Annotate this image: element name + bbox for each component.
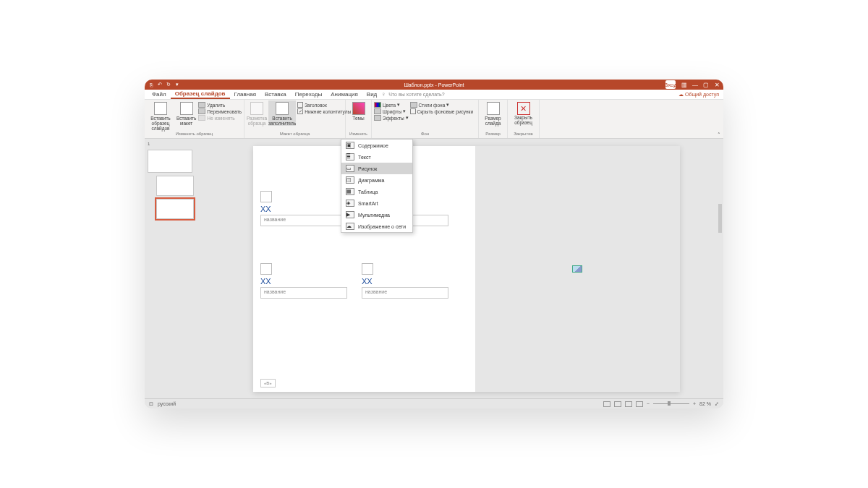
dropdown-item-изображение о сети[interactable]: ☁Изображение о сети bbox=[341, 221, 412, 232]
window-controls: Вход ▥ — ▢ ✕ bbox=[665, 80, 722, 89]
zoom-value[interactable]: 82 % bbox=[699, 401, 711, 406]
reading-view-icon[interactable] bbox=[625, 401, 632, 407]
tab-view[interactable]: Вид bbox=[362, 90, 381, 99]
slide-canvas[interactable]: XX название XX название XX название XX н… bbox=[253, 146, 680, 392]
slide-thumbnails-panel: 1 bbox=[145, 139, 210, 398]
slide-indicator-icon[interactable]: ⊡ bbox=[149, 401, 153, 407]
tab-insert[interactable]: Вставка bbox=[260, 90, 291, 99]
ribbon: Вставить образец слайдов Вставить макет … bbox=[145, 100, 723, 139]
collapse-ribbon-icon[interactable]: ˄ bbox=[718, 132, 720, 138]
dropdown-item-icon: ◫ bbox=[346, 176, 354, 184]
group-master-layout: Разметка образца Вставить заполнитель За… bbox=[244, 100, 346, 138]
tab-slide-master[interactable]: Образец слайдов bbox=[171, 90, 230, 99]
master-layout-icon bbox=[250, 102, 263, 115]
normal-view-icon[interactable] bbox=[603, 401, 610, 407]
signin-button[interactable]: Вход bbox=[665, 80, 676, 89]
ribbon-options-icon[interactable]: ▥ bbox=[679, 80, 689, 89]
window-title: Шаблон.pptx - PowerPoint bbox=[404, 82, 464, 87]
slideshow-view-icon[interactable] bbox=[636, 401, 643, 407]
maximize-icon[interactable]: ▢ bbox=[701, 80, 711, 89]
group-theme-label: Изменить тему bbox=[348, 131, 369, 137]
placeholder-1[interactable]: XX название bbox=[260, 191, 347, 226]
placeholder-dropdown: ▣Содержимое≣Текст▭Рисунок◫Диаграмма▦Табл… bbox=[341, 139, 413, 233]
colors-button[interactable]: Цвета ▾ bbox=[374, 102, 409, 108]
tellme-input[interactable]: Что вы хотите сделать? bbox=[388, 92, 444, 97]
close-icon[interactable]: ✕ bbox=[712, 80, 722, 89]
group-edit-label: Изменить образец bbox=[147, 131, 242, 137]
zoom-out-icon[interactable]: − bbox=[647, 401, 650, 406]
placeholder-icon bbox=[260, 263, 272, 275]
sorter-view-icon[interactable] bbox=[614, 401, 621, 407]
layout-thumbnail-2[interactable] bbox=[156, 199, 194, 219]
status-bar: ⊡ русский − + 82 % ⤢ bbox=[145, 398, 723, 408]
dropdown-item-label: Содержимое bbox=[358, 143, 388, 148]
footer-placeholder[interactable]: «В» bbox=[260, 379, 276, 388]
undo-icon[interactable]: ↶ bbox=[156, 81, 163, 88]
placeholder-3[interactable]: XX название bbox=[260, 263, 347, 299]
placeholder-field[interactable]: название bbox=[260, 215, 347, 226]
dropdown-item-icon: ▦ bbox=[346, 188, 354, 195]
bulb-icon: ♀ bbox=[381, 91, 386, 98]
insert-layout-button[interactable]: Вставить макет bbox=[176, 100, 197, 126]
save-icon[interactable]: ⎘ bbox=[148, 81, 155, 88]
insert-slide-master-button[interactable]: Вставить образец слайдов bbox=[147, 100, 174, 131]
app-window: ⎘ ↶ ↻ ▾ Шаблон.pptx - PowerPoint Вход ▥ … bbox=[145, 80, 723, 408]
placeholder-icon bbox=[362, 263, 373, 275]
placeholder-field[interactable]: название bbox=[362, 287, 448, 299]
effects-button[interactable]: Эффекты ▾ bbox=[374, 115, 409, 121]
dropdown-item-таблица[interactable]: ▦Таблица bbox=[341, 186, 412, 197]
picture-icon bbox=[572, 265, 582, 273]
fonts-button[interactable]: Шрифты ▾ bbox=[374, 108, 409, 114]
minimize-icon[interactable]: — bbox=[690, 80, 700, 89]
dropdown-item-label: Диаграмма bbox=[358, 178, 384, 183]
tab-file[interactable]: Файл bbox=[148, 90, 171, 99]
dropdown-item-мультимедиа[interactable]: ▶Мультимедиа bbox=[341, 209, 412, 221]
scroll-thumb[interactable] bbox=[718, 204, 722, 233]
slide-editor: XX название XX название XX название XX н… bbox=[210, 139, 723, 398]
placeholder-4[interactable]: XX название bbox=[362, 263, 448, 299]
bg-styles-icon bbox=[410, 102, 417, 108]
bg-styles-button[interactable]: Стили фона ▾ bbox=[410, 102, 474, 108]
tab-transitions[interactable]: Переходы bbox=[291, 90, 327, 99]
close-x-icon: ✕ bbox=[517, 102, 530, 115]
tab-animations[interactable]: Анимация bbox=[326, 90, 362, 99]
themes-button[interactable]: Темы bbox=[348, 100, 369, 121]
rename-button[interactable]: Переименовать bbox=[198, 108, 242, 114]
hide-bg-checkbox[interactable]: Скрыть фоновые рисунки bbox=[410, 108, 474, 114]
title-checkbox[interactable]: Заголовок bbox=[297, 102, 351, 108]
share-label: Общий доступ bbox=[685, 92, 719, 97]
dropdown-item-текст[interactable]: ≣Текст bbox=[341, 151, 412, 163]
redo-icon[interactable]: ↻ bbox=[165, 81, 172, 88]
dropdown-item-диаграмма[interactable]: ◫Диаграмма bbox=[341, 174, 412, 186]
preserve-icon bbox=[198, 115, 205, 121]
zoom-slider[interactable] bbox=[653, 403, 689, 404]
placeholder-field[interactable]: название bbox=[260, 287, 347, 299]
themes-icon bbox=[352, 102, 365, 115]
footers-checkbox[interactable]: Нижние колонтитулы bbox=[297, 108, 351, 114]
delete-button[interactable]: Удалить bbox=[198, 102, 242, 108]
dropdown-item-содержимое[interactable]: ▣Содержимое bbox=[341, 140, 412, 151]
fit-to-window-icon[interactable]: ⤢ bbox=[715, 401, 719, 407]
master-thumbnail[interactable] bbox=[148, 150, 192, 173]
close-master-button[interactable]: ✕ Закрыть образец bbox=[510, 100, 537, 125]
group-close-label: Закрытие bbox=[510, 131, 537, 137]
insert-master-label: Вставить образец слайдов bbox=[147, 116, 174, 131]
dropdown-item-smartart[interactable]: ◈SmartArt bbox=[341, 197, 412, 209]
group-edit-theme: Темы Изменить тему bbox=[346, 100, 372, 138]
tab-home[interactable]: Главная bbox=[230, 90, 260, 99]
dropdown-item-рисунок[interactable]: ▭Рисунок bbox=[341, 163, 412, 174]
vertical-scrollbar[interactable] bbox=[718, 204, 722, 385]
slide-size-button[interactable]: Размер слайда bbox=[481, 100, 505, 126]
dropdown-item-label: Таблица bbox=[358, 189, 378, 194]
language-label[interactable]: русский bbox=[158, 401, 176, 406]
dropdown-item-icon: ☁ bbox=[346, 223, 354, 230]
placeholder-icon bbox=[260, 191, 272, 202]
dropdown-item-label: Мультимедиа bbox=[358, 213, 390, 218]
share-button[interactable]: ☁ Общий доступ bbox=[678, 92, 719, 98]
qat-more-icon[interactable]: ▾ bbox=[174, 81, 181, 88]
dropdown-item-icon: ◈ bbox=[346, 200, 354, 207]
zoom-in-icon[interactable]: + bbox=[693, 401, 696, 406]
group-size: Размер слайда Размер bbox=[479, 100, 508, 138]
insert-placeholder-button[interactable]: Вставить заполнитель bbox=[268, 100, 296, 126]
layout-thumbnail-1[interactable] bbox=[156, 176, 194, 196]
